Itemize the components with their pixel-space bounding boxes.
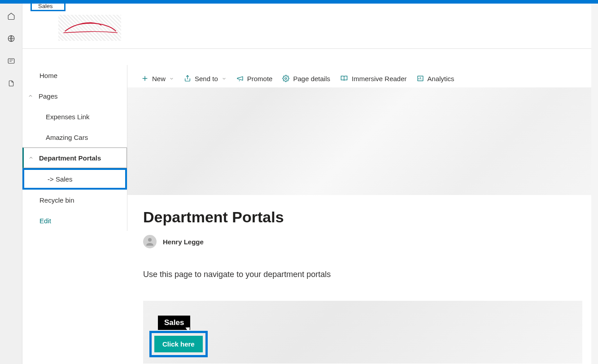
cmd-promote[interactable]: Promote: [236, 75, 273, 82]
cmd-page-details[interactable]: Page details: [282, 75, 330, 82]
click-here-highlight: Click here: [149, 331, 208, 357]
cmd-analytics-label: Analytics: [428, 75, 454, 82]
plus-icon: [141, 75, 148, 82]
nav-pages-label: Pages: [39, 92, 58, 100]
avatar: [143, 235, 157, 248]
cmd-new-label: New: [152, 75, 166, 82]
page-title: Department Portals: [143, 208, 582, 226]
share-icon: [184, 75, 191, 82]
nav-item-sales[interactable]: -> Sales: [24, 170, 125, 188]
cmd-new[interactable]: New: [141, 75, 174, 82]
cmd-promote-label: Promote: [247, 75, 273, 82]
nav-item-recycle-bin[interactable]: Recycle bin: [22, 190, 127, 210]
command-bar: New Send to Promote Page details Immersi…: [137, 69, 598, 87]
chevron-down-icon: [222, 76, 227, 81]
immersive-reader-icon: [340, 75, 348, 82]
site-logo[interactable]: [58, 15, 121, 41]
news-icon[interactable]: [7, 56, 16, 65]
sales-tab-label[interactable]: Sales: [38, 3, 53, 9]
card-section: Sales Click here: [143, 301, 582, 364]
click-here-button[interactable]: Click here: [154, 336, 203, 352]
nav-item-pages[interactable]: Pages: [22, 86, 127, 106]
cmd-send-to[interactable]: Send to: [184, 75, 227, 82]
left-navigation: Home Pages Expenses Link Amazing Cars De…: [22, 65, 127, 231]
cmd-analytics[interactable]: Analytics: [417, 75, 454, 82]
page-banner: [127, 87, 598, 195]
file-icon[interactable]: [7, 79, 16, 88]
nav-sales-highlight: -> Sales: [22, 168, 127, 190]
chevron-down-icon: [169, 76, 174, 81]
page-description: Use this page to navigate to your depart…: [143, 270, 582, 279]
svg-point-6: [148, 238, 152, 242]
nav-dept-label: Department Portals: [39, 154, 101, 162]
top-accent-bar: [0, 0, 598, 4]
analytics-icon: [417, 75, 424, 82]
header-divider: [22, 48, 598, 49]
vertical-scrollbar[interactable]: [591, 4, 598, 364]
sales-tab-highlight: Sales: [31, 1, 65, 11]
author-row: Henry Legge: [143, 235, 582, 248]
nav-item-expenses[interactable]: Expenses Link: [22, 106, 127, 127]
svg-point-4: [285, 78, 287, 79]
cmd-immersive-reader[interactable]: Immersive Reader: [340, 75, 407, 82]
app-rail: [0, 4, 22, 364]
page-content: Department Portals Henry Legge Use this …: [127, 195, 598, 364]
promote-icon: [236, 75, 244, 82]
nav-item-department-portals[interactable]: Department Portals: [22, 147, 127, 168]
globe-icon[interactable]: [7, 34, 16, 43]
author-name: Henry Legge: [163, 238, 204, 246]
cmd-sendto-label: Send to: [195, 75, 218, 82]
nav-item-amazing-cars[interactable]: Amazing Cars: [22, 127, 127, 147]
chevron-up-icon: [28, 155, 34, 160]
chevron-up-icon: [28, 93, 33, 99]
nav-edit-link[interactable]: Edit: [22, 210, 127, 231]
gear-icon: [282, 75, 289, 82]
svg-rect-1: [8, 59, 14, 64]
nav-item-home[interactable]: Home: [22, 65, 127, 86]
home-icon[interactable]: [7, 12, 16, 21]
cmd-immersive-label: Immersive Reader: [352, 75, 407, 82]
cmd-details-label: Page details: [293, 75, 330, 82]
